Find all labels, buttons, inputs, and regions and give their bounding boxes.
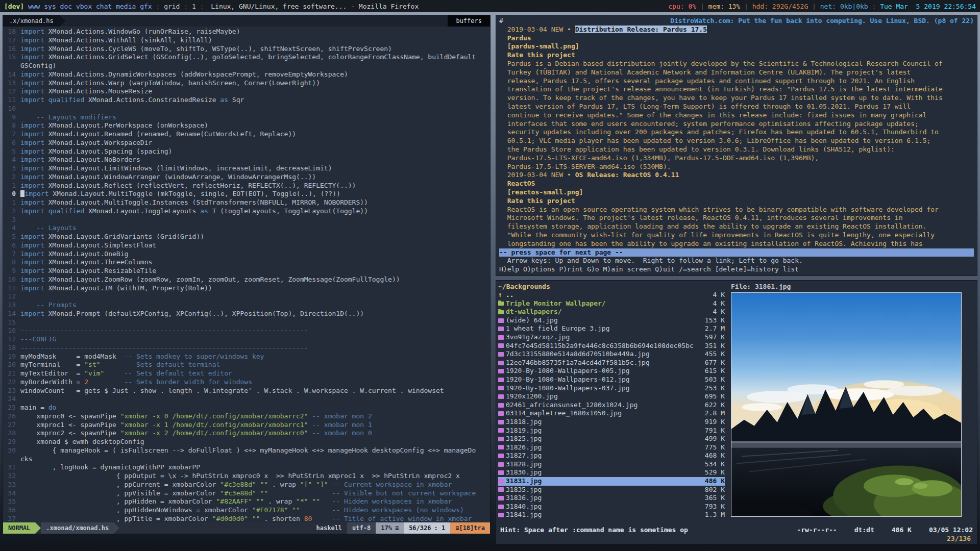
file-row[interactable]: 31831.jpg486 K: [498, 477, 725, 486]
code-line[interactable]: 0import XMonad.Layout.MultiToggle (mkTog…: [5, 190, 490, 198]
code-line[interactable]: 10import XMonad.Layout.ZoomRow (zoomRow,…: [5, 276, 490, 284]
code-line[interactable]: 33 , ppCurrent = xmobarColor "#c3e88d" "…: [5, 481, 490, 489]
code-line[interactable]: GSConfig): [5, 62, 490, 70]
code-line[interactable]: 31 , logHook = dynamicLogWithPP xmobarPP: [5, 463, 490, 472]
code-line[interactable]: 9import XMonad.Layout.ResizableTile: [5, 267, 490, 276]
file-row[interactable]: 31818.jpg919 K: [498, 418, 725, 427]
link[interactable]: Pardus: [499, 34, 531, 42]
code-line[interactable]: 4import XMonad.Layout.NoBorders: [5, 156, 490, 164]
file-row[interactable]: 1 wheat field Europe 3.jpg2.7 M: [498, 324, 725, 333]
file-row[interactable]: 1920-By-1080-Wallpapers-037.jpg253 K: [498, 384, 725, 393]
code-line[interactable]: 7import XMonad.Layout.Renamed (renamed, …: [5, 130, 490, 139]
file-row[interactable]: 04fc7e45d58115b2a9fe446c8c6358b6b694e108…: [498, 342, 725, 350]
code-line[interactable]: 28 xmproc2 <- spawnPipe "xmobar -x 2 /ho…: [5, 429, 490, 438]
code-line[interactable]: 25main = do: [5, 404, 490, 412]
code-line[interactable]: 35 , ppHidden = xmobarColor "#82AAFF" ""…: [5, 497, 490, 506]
file-row[interactable]: 31840.jpg793 K: [498, 503, 725, 511]
link[interactable]: [reactos-small.png]: [499, 188, 583, 196]
code-line[interactable]: cks: [5, 455, 490, 464]
code-line[interactable]: 3import XMonad.Layout.LimitWindows (limi…: [5, 164, 490, 173]
file-row[interactable]: 02461_africansunset_1280x1024.jpg622 K: [498, 401, 725, 410]
code-line[interactable]: 1import XMonad.Layout.MultiToggle.Instan…: [5, 198, 490, 207]
selected-link[interactable]: Distribution Release: Pardus 17.5: [575, 26, 707, 33]
code-line[interactable]: 21myTextEditor = "vim" -- Sets default t…: [5, 369, 490, 378]
code-line[interactable]: 18--------------------------------------…: [5, 344, 490, 353]
code-line[interactable]: 12: [5, 292, 490, 301]
file-row[interactable]: 31827.jpg468 K: [498, 452, 725, 460]
code-line[interactable]: 12import XMonad.Actions.MouseResize: [5, 87, 490, 96]
file-row[interactable]: 31841.jpg1.3 M: [498, 511, 725, 519]
link[interactable]: Rate this project: [499, 51, 575, 59]
code-line[interactable]: 34 , ppVisible = xmobarColor "#c3e88d" "…: [5, 489, 490, 498]
code-line[interactable]: 6import XMonad.Layout.WorkspaceDir: [5, 139, 490, 147]
code-line[interactable]: 37 , ppTitle = xmobarColor "#d0d0d0" "" …: [5, 515, 490, 522]
code-line[interactable]: 11import XMonad.Layout.IM (withIM, Prope…: [5, 284, 490, 293]
code-line[interactable]: 27 xmproc1 <- spawnPipe "xmobar -x 1 /ho…: [5, 421, 490, 430]
code-line[interactable]: 5import XMonad.Layout.Spacing (spacing): [5, 147, 490, 156]
code-line[interactable]: 32 { ppOutput = \x -> hPutStrLn xmproc0 …: [5, 472, 490, 481]
link[interactable]: [pardus-small.png]: [499, 42, 579, 50]
code-line[interactable]: 14import XMonad.Prompt (defaultXPConfig,…: [5, 310, 490, 318]
file-row[interactable]: (wide) 64.jpg153 K: [498, 316, 725, 325]
code-line[interactable]: 7import XMonad.Layout.OneBig: [5, 250, 490, 259]
code-line[interactable]: 23windowCount = gets $ Just . show . len…: [5, 387, 490, 395]
code-line[interactable]: 8import XMonad.Layout.PerWorkspace (onWo…: [5, 121, 490, 130]
workspace-sys[interactable]: sys: [40, 3, 56, 10]
file-row[interactable]: 3vo91g7azxqz.jpg597 K: [498, 333, 725, 342]
vim-tab[interactable]: .x/xmonad.hs: [3, 15, 60, 27]
code-line[interactable]: 3: [5, 216, 490, 224]
file-row[interactable]: 1920x1200.jpg695 K: [498, 392, 725, 401]
code-line[interactable]: 26 xmproc0 <- spawnPipe "xmobar -x 0 /ho…: [5, 412, 490, 421]
file-row[interactable]: 1920-By-1080-Wallpapers-005.jpg615 K: [498, 367, 725, 375]
workspace-vbox[interactable]: vbox: [72, 3, 92, 10]
code-line[interactable]: 19myModMask = mod4Mask -- Sets modkey to…: [5, 353, 490, 361]
code-line[interactable]: 16import XMonad.Actions.CycleWS (moveTo,…: [5, 45, 490, 54]
code-line[interactable]: 13 -- Prompts: [5, 301, 490, 310]
code-line[interactable]: 36 , ppHiddenNoWindows = xmobarColor "#F…: [5, 506, 490, 515]
file-row[interactable]: 03114_mapletree_1680x1050.jpg2.8 M: [498, 409, 725, 418]
file-row[interactable]: 31819.jpg791 K: [498, 427, 725, 435]
file-row[interactable]: Triple Monitor Wallpaper/4 K: [498, 299, 725, 308]
workspace-current[interactable]: [dev]: [4, 3, 24, 10]
code-line[interactable]: 30 { manageHook = ( isFullscreen --> doF…: [5, 446, 490, 455]
code-line[interactable]: 11import qualified XMonad.Actions.Constr…: [5, 96, 490, 105]
code-line[interactable]: 22myBorderWidth = 2 -- Sets border width…: [5, 378, 490, 387]
link[interactable]: Rate this project: [499, 197, 575, 205]
link[interactable]: OS Release: ReactOS 0.4.11: [575, 171, 679, 179]
vim-buffer[interactable]: 18import XMonad.Actions.WindowGo (runOrR…: [3, 27, 490, 522]
code-line[interactable]: 17---CONFIG: [5, 335, 490, 344]
file-row[interactable]: ↑..4 K: [498, 291, 725, 299]
code-line[interactable]: 4 -- Layouts: [5, 224, 490, 233]
file-row[interactable]: 31836.jpg365 K: [498, 494, 725, 503]
code-line[interactable]: 10: [5, 105, 490, 113]
file-row[interactable]: 31828.jpg534 K: [498, 460, 725, 469]
file-row[interactable]: 31825.jpg499 K: [498, 435, 725, 443]
file-row[interactable]: 7d3c13155880e514a8d6d70510be449a.jpg455 …: [498, 350, 725, 359]
code-line[interactable]: 15import XMonad.Actions.GridSelect (GSCo…: [5, 53, 490, 62]
code-line[interactable]: 16--------------------------------------…: [5, 327, 490, 335]
code-line[interactable]: 15: [5, 318, 490, 327]
code-line[interactable]: 9 -- Layouts modifiers: [5, 113, 490, 122]
workspace-media[interactable]: media: [112, 3, 136, 10]
code-line[interactable]: 24: [5, 395, 490, 404]
code-line[interactable]: 1import XMonad.Layout.Reflect (reflectVe…: [5, 182, 490, 190]
code-line[interactable]: 8import XMonad.Layout.ThreeColumns: [5, 258, 490, 267]
code-line[interactable]: 13import XMonad.Actions.Warp (warpToWind…: [5, 79, 490, 88]
file-row[interactable]: 12ee746bb85735f1a7a4cd4d7f581b5c.jpg677 …: [498, 359, 725, 367]
file-row[interactable]: 31826.jpg775 K: [498, 443, 725, 452]
workspace-doc[interactable]: doc: [56, 3, 72, 10]
code-line[interactable]: 29 xmonad $ ewmh desktopConfig: [5, 438, 490, 446]
code-line[interactable]: 2import qualified XMonad.Layout.ToggleLa…: [5, 207, 490, 216]
code-line[interactable]: 2import XMonad.Layout.WindowArranger (wi…: [5, 173, 490, 182]
code-line[interactable]: 6import XMonad.Layout.SimplestFloat: [5, 241, 490, 250]
file-row[interactable]: dt-wallpapers/4 K: [498, 308, 725, 316]
file-row[interactable]: 31835.jpg802 K: [498, 486, 725, 494]
code-line[interactable]: 14import XMonad.Actions.DynamicWorkspace…: [5, 70, 490, 79]
file-row[interactable]: 31830.jpg529 K: [498, 468, 725, 477]
workspace-chat[interactable]: chat: [92, 3, 112, 10]
code-line[interactable]: 17import XMonad.Actions.WithAll (sinkAll…: [5, 36, 490, 45]
file-row[interactable]: 1920-By-1080-Wallpapers-012.jpg503 K: [498, 375, 725, 384]
xmobar-layout[interactable]: grid: [164, 3, 180, 10]
code-line[interactable]: 20myTerminal = "st" -- Sets default term…: [5, 361, 490, 369]
code-line[interactable]: 18import XMonad.Actions.WindowGo (runOrR…: [5, 28, 490, 36]
